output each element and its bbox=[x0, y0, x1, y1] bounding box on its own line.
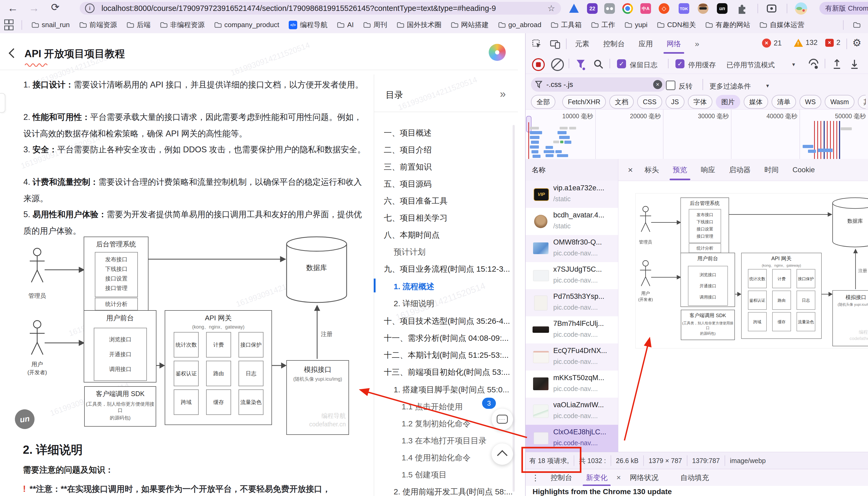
screenshot-icon[interactable] bbox=[766, 3, 777, 14]
toc-item[interactable]: 2. 详细说明 bbox=[393, 298, 434, 309]
bookmark-item[interactable]: 工作 bbox=[591, 20, 615, 30]
tab-preview[interactable]: 预览 bbox=[666, 159, 694, 181]
toc-item[interactable]: 1.1 点击开始使用 bbox=[402, 401, 463, 412]
close-detail-icon[interactable]: × bbox=[628, 165, 633, 175]
bookmark-item[interactable]: 前端资源 bbox=[79, 20, 117, 30]
more-filters-dropdown[interactable]: 更多过滤条件 bbox=[709, 82, 751, 91]
forward-icon[interactable]: → bbox=[29, 3, 39, 13]
close-whatsnew-icon[interactable]: × bbox=[616, 474, 621, 482]
import-har-icon[interactable] bbox=[832, 58, 842, 70]
toc-item[interactable]: 六、项目准备工具 bbox=[384, 196, 448, 206]
chip-fetch-xhr[interactable]: Fetch/XHR bbox=[562, 95, 606, 109]
request-row-selected[interactable]: ClxO4EJ8hjLC... pic.code-nav.... bbox=[526, 425, 618, 452]
toc-item[interactable]: 预计计划 bbox=[393, 247, 425, 258]
request-list-header[interactable]: 名称 bbox=[526, 159, 618, 181]
bookmark-star-icon[interactable]: ☆ bbox=[547, 3, 555, 13]
drawer-tab-network-conditions[interactable]: 网络状况 bbox=[623, 469, 665, 486]
chip-all[interactable]: 全部 bbox=[531, 95, 556, 109]
request-row[interactable]: Pd7n53h3Ysp... pic.code-nav.... bbox=[526, 289, 618, 316]
filter-input[interactable]: -.css -.js × bbox=[531, 77, 666, 92]
translate-extension-icon[interactable]: 中A bbox=[640, 3, 651, 14]
bookmark-item[interactable]: 后端 bbox=[127, 20, 150, 30]
tab-network[interactable]: 网络 bbox=[660, 33, 688, 54]
toc-scrollbar[interactable] bbox=[513, 125, 515, 492]
toc-item[interactable]: 1.3 在本地打开项目目录 bbox=[402, 435, 486, 446]
warning-badge[interactable]: ! 132 bbox=[794, 38, 818, 47]
request-row[interactable]: x7SJUdgT5C... pic.code-nav.... bbox=[526, 262, 618, 289]
bookmark-item[interactable]: 工具箱 bbox=[551, 20, 582, 30]
tdk-extension-icon[interactable]: TDK bbox=[679, 3, 689, 14]
device-toolbar-icon[interactable] bbox=[550, 39, 561, 49]
toc-item[interactable]: 十、项目技术选型(时间点 35:26-4... bbox=[384, 316, 510, 327]
toc-collapse-icon[interactable]: » bbox=[500, 88, 506, 100]
chip-media[interactable]: 媒体 bbox=[744, 95, 768, 109]
tab-response[interactable]: 响应 bbox=[694, 159, 722, 181]
toc-item[interactable]: 八、本期时间点 bbox=[384, 230, 439, 241]
request-row[interactable]: bcdh_avatar.4... /static bbox=[526, 208, 618, 235]
toc-item[interactable]: 1.4 使用初始化命令 bbox=[402, 452, 471, 463]
bookmark-item[interactable]: 网站搭建 bbox=[451, 20, 489, 30]
toc-item[interactable]: 七、项目相关学习 bbox=[384, 213, 448, 223]
toc-item[interactable]: 二、项目介绍 bbox=[384, 144, 432, 155]
chip-img-active[interactable]: 图片 bbox=[716, 95, 740, 109]
apps-grid-icon[interactable] bbox=[4, 19, 12, 30]
tab-console[interactable]: 控制台 bbox=[596, 33, 632, 54]
chip-other[interactable]: 其他 bbox=[858, 95, 866, 109]
url-text[interactable]: localhost:8000/course/179097972391652147… bbox=[101, 4, 496, 13]
inspect-element-icon[interactable] bbox=[532, 39, 542, 49]
toc-item[interactable]: 五、项目源码 bbox=[384, 179, 432, 189]
drawer-tab-whatsnew[interactable]: 新变化 bbox=[579, 469, 614, 486]
avatar-extension-icon[interactable] bbox=[698, 3, 708, 14]
filter-funnel-icon[interactable] bbox=[576, 59, 586, 71]
tab-application[interactable]: 应用 bbox=[632, 33, 660, 54]
search-icon[interactable] bbox=[593, 59, 604, 69]
bookmark-item-codenav[interactable]: </>编程导航 bbox=[289, 20, 327, 30]
chip-doc[interactable]: 文档 bbox=[609, 95, 634, 109]
settings-gear-icon[interactable]: ⚙ bbox=[852, 37, 861, 49]
error-badge[interactable]: × 21 bbox=[762, 38, 782, 48]
tab-timing[interactable]: 时间 bbox=[757, 159, 786, 181]
drawer-menu-icon[interactable]: ⋮ bbox=[531, 473, 540, 482]
chip-js[interactable]: JS bbox=[665, 95, 685, 109]
toc-item-active[interactable]: 1. 流程概述 bbox=[393, 281, 434, 292]
bookmark-item[interactable]: yupi bbox=[625, 21, 647, 29]
bookmark-item[interactable]: go_abroad bbox=[498, 21, 541, 29]
toc-item[interactable]: 十三、前端项目初始化(时间点 53:... bbox=[384, 367, 510, 378]
chrome-logo-icon[interactable] bbox=[622, 3, 633, 14]
chrome-update-button[interactable]: 有新版 Chrome bbox=[819, 2, 868, 15]
dropdown-caret-icon[interactable]: ▼ bbox=[791, 62, 796, 67]
drawer-tab-autofill[interactable]: 自动填充 bbox=[673, 469, 716, 486]
bookmark-item[interactable]: 有趣的网站 bbox=[705, 20, 750, 30]
request-row[interactable]: mKKsT50zqM... pic.code-nav.... bbox=[526, 371, 618, 398]
chip-css[interactable]: CSS bbox=[637, 95, 662, 109]
extension-triangle-icon[interactable] bbox=[569, 4, 579, 13]
toc-item[interactable]: 1. 搭建项目脚手架(时间点 55:0... bbox=[393, 384, 509, 395]
diamond-extension-icon[interactable]: ◇ bbox=[659, 3, 669, 14]
record-stop-icon[interactable] bbox=[532, 58, 545, 71]
clear-filter-icon[interactable]: × bbox=[653, 80, 662, 89]
toc-item[interactable]: 十二、本期计划(时间点 51:25-53:... bbox=[384, 350, 509, 361]
site-logo[interactable] bbox=[489, 44, 506, 61]
profile-avatar[interactable] bbox=[795, 2, 807, 15]
network-conditions-icon[interactable] bbox=[808, 58, 819, 70]
network-overview-timeline[interactable]: 10000 毫秒 20000 毫秒 30000 毫秒 40000 毫秒 5000… bbox=[526, 109, 868, 159]
chip-wasm[interactable]: Wasm bbox=[825, 95, 854, 109]
extension-gray-icon[interactable] bbox=[604, 3, 615, 14]
un-extension-icon[interactable]: un bbox=[717, 3, 727, 14]
tab-cookies[interactable]: Cookie bbox=[786, 159, 822, 181]
bookmark-item[interactable]: 周刊 bbox=[363, 20, 387, 30]
scroll-top-button[interactable] bbox=[492, 443, 513, 465]
tab-elements[interactable]: 元素 bbox=[568, 33, 596, 54]
bookmark-item[interactable]: 非编程资源 bbox=[160, 20, 205, 30]
toc-item[interactable]: 1.5 创建项目 bbox=[402, 469, 447, 480]
preserve-log-checkbox[interactable]: ✓ bbox=[617, 59, 626, 68]
extension-badge-icon[interactable]: 22 bbox=[587, 3, 598, 14]
bookmark-item[interactable]: AI bbox=[337, 21, 354, 29]
tab-initiator[interactable]: 启动器 bbox=[722, 159, 757, 181]
more-filters-caret-icon[interactable]: ▼ bbox=[765, 83, 770, 89]
tab-headers[interactable]: 标头 bbox=[638, 159, 666, 181]
toc-item[interactable]: 2. 使用前端开发工具(时间点 58:... bbox=[393, 486, 513, 496]
chip-manifest[interactable]: 清单 bbox=[772, 95, 796, 109]
clear-icon[interactable] bbox=[551, 58, 564, 71]
request-row[interactable]: VIP vip.a1ea732e.... /static bbox=[526, 181, 618, 208]
